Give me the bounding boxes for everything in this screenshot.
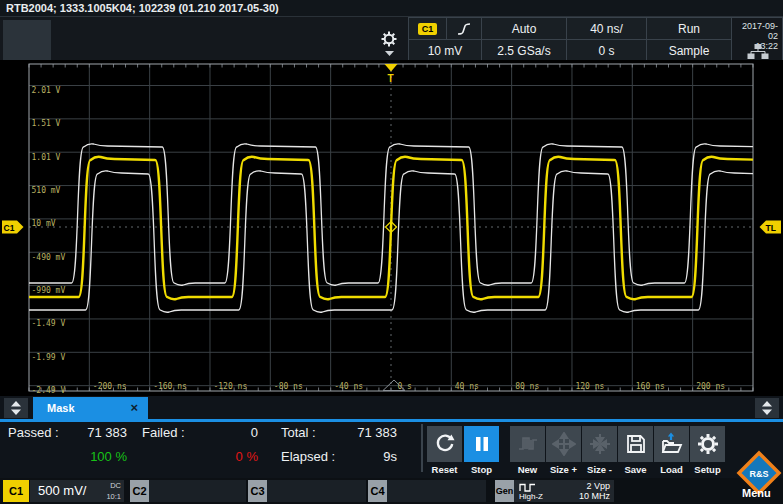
refresh-icon (433, 432, 457, 456)
channel-1-badge[interactable]: C1 (3, 480, 29, 502)
failed-label: Failed : (142, 425, 185, 440)
gear-icon (696, 432, 720, 456)
voltage-tick-label: -1.49 V (32, 319, 66, 328)
failed-value: 0 (200, 425, 258, 440)
failed-percent: 0 % (200, 449, 258, 464)
trigger-mode-cell[interactable]: Auto (481, 17, 567, 40)
time-tick-label: 200 ns (696, 382, 725, 391)
network-icon (747, 44, 769, 60)
collapse-arrows-icon (588, 432, 612, 456)
gear-icon[interactable] (380, 30, 398, 48)
acquisition-mode-cell[interactable]: Sample (646, 39, 732, 62)
up-down-arrows-icon (761, 401, 773, 415)
total-label: Total : (281, 425, 316, 440)
generator-badge[interactable]: Gen (495, 480, 514, 502)
channel-3-panel[interactable] (267, 480, 366, 502)
time-tick-label: -120 ns (213, 382, 247, 391)
time-tick-label: -80 ns (274, 382, 303, 391)
generator-impedance: High-Z (519, 492, 543, 501)
time-tick-label: 120 ns (575, 382, 604, 391)
passed-value: 71 383 (55, 425, 127, 440)
voltage-tick-label: -990 mV (32, 286, 66, 295)
channel-1-probe: 10:1 (106, 492, 121, 501)
datetime-panel: 2017-09-02 13:22 (731, 17, 783, 62)
setup-button[interactable]: Setup (690, 426, 725, 462)
trigger-source-cell[interactable]: C1 (408, 17, 447, 40)
time-tick-label: 80 ns (515, 382, 539, 391)
acquisition-state-cell[interactable]: Run (646, 17, 732, 40)
voltage-tick-label: -1.99 V (32, 353, 66, 362)
waveform-display: 2.01 V1.51 V1.01 V510 mV10 mV-490 mV-990… (0, 60, 783, 396)
square-wave-icon (519, 483, 537, 492)
load-folder-icon (660, 432, 684, 456)
voltage-tick-label: 10 mV (32, 219, 56, 228)
channel-1-coupling: DC (110, 481, 121, 490)
time-tick-label: -160 ns (153, 382, 187, 391)
new-mask-icon (516, 432, 540, 456)
oscilloscope-screen: RTB2004; 1333.1005K04; 102239 (01.210 20… (0, 0, 783, 504)
channel-bar: C1 500 mV/ DC 10:1 C2 C3 C4 Gen High-Z 2… (0, 478, 783, 504)
passed-percent: 100 % (55, 449, 127, 464)
voltage-tick-label: -2.49 V (32, 386, 66, 395)
device-id-text: RTB2004; 1333.1005K04; 102239 (01.210 20… (6, 2, 279, 14)
channel-4-panel[interactable] (387, 480, 486, 502)
time-tick-label: -200 ns (93, 382, 127, 391)
voltage-tick-label: -490 mV (32, 253, 66, 262)
time-tick-label: -40 ns (334, 382, 363, 391)
new-mask-button[interactable]: New (510, 426, 545, 462)
channel-2-badge[interactable]: C2 (130, 480, 149, 502)
load-button[interactable]: Load (654, 426, 689, 462)
trigger-level-marker-label: TL (766, 223, 776, 233)
channel-2-panel[interactable] (149, 480, 246, 502)
up-down-arrows-icon (10, 401, 22, 415)
trigger-slope-cell[interactable] (446, 17, 482, 40)
expand-arrows-icon (552, 432, 576, 456)
voltage-tick-label: 1.01 V (32, 153, 61, 162)
channel-1-scale: 500 mV/ (38, 483, 86, 498)
c1-badge: C1 (418, 23, 438, 35)
generator-frequency: 10 MHz (579, 491, 610, 501)
timebase-cell[interactable]: 40 ns/ (566, 17, 647, 40)
voltage-tick-label: 510 mV (32, 186, 61, 195)
voltage-tick-label: 1.51 V (32, 119, 61, 128)
channel-3-badge[interactable]: C3 (248, 480, 267, 502)
horizontal-position-cell[interactable]: 0 s (566, 39, 647, 62)
trigger-level-cell[interactable]: 10 mV (408, 39, 482, 62)
time-tick-label: 160 ns (636, 382, 665, 391)
reset-button[interactable]: Reset (427, 426, 462, 462)
pause-icon (470, 432, 494, 456)
chevron-down-icon[interactable] (385, 51, 394, 57)
tab-scroll-left-button[interactable] (4, 398, 28, 418)
tab-mask[interactable]: Mask × (33, 397, 148, 419)
c1-channel-marker-label: C1 (4, 223, 15, 233)
close-icon[interactable]: × (130, 397, 138, 419)
total-value: 71 383 (328, 425, 397, 440)
rising-edge-icon (456, 21, 472, 37)
generator-amplitude: 2 Vpp (586, 481, 610, 491)
svg-text:R&S: R&S (749, 469, 768, 479)
passed-label: Passed : (8, 425, 59, 440)
stop-button[interactable]: Stop (464, 426, 499, 462)
save-icon (624, 432, 648, 456)
header-left-panel[interactable] (3, 20, 51, 62)
time-tick-label: 40 ns (455, 382, 479, 391)
trigger-marker-label: T (388, 73, 394, 84)
size-increase-button[interactable]: Size + (546, 426, 581, 462)
sample-rate-cell[interactable]: 2.5 GSa/s (481, 39, 567, 62)
device-title-bar: RTB2004; 1333.1005K04; 102239 (01.210 20… (0, 0, 783, 17)
save-button[interactable]: Save (618, 426, 653, 462)
voltage-tick-label: 2.01 V (32, 86, 61, 95)
channel-4-badge[interactable]: C4 (368, 480, 387, 502)
size-decrease-button[interactable]: Size - (582, 426, 617, 462)
date-text: 2017-09-02 (732, 21, 778, 41)
menu-button[interactable]: Menu (742, 487, 771, 499)
generator-panel[interactable]: High-Z 2 Vpp 10 MHz (514, 480, 614, 502)
tab-scroll-right-button[interactable] (755, 398, 779, 418)
channel-1-panel[interactable]: 500 mV/ DC 10:1 (30, 480, 124, 502)
elapsed-value: 9s (328, 449, 397, 464)
